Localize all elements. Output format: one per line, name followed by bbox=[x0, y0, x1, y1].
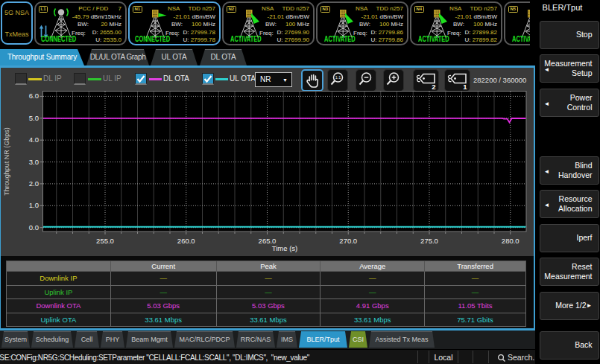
svg-text:280.0: 280.0 bbox=[502, 237, 520, 245]
svg-text:255.0: 255.0 bbox=[96, 237, 114, 245]
svg-text:Time (s): Time (s) bbox=[272, 244, 297, 252]
svg-text:0.0: 0.0 bbox=[29, 223, 39, 232]
svg-text:Throughput NR (Gbps): Throughput NR (Gbps) bbox=[3, 127, 10, 196]
svg-text:1: 1 bbox=[463, 83, 467, 91]
svg-text:260.0: 260.0 bbox=[177, 237, 195, 245]
svg-text:1.0: 1.0 bbox=[29, 201, 39, 209]
svg-text:2.0: 2.0 bbox=[29, 179, 39, 188]
svg-text:1:1: 1:1 bbox=[335, 75, 341, 80]
svg-text:5.0: 5.0 bbox=[29, 114, 39, 122]
svg-text:6.0: 6.0 bbox=[29, 92, 39, 100]
svg-text:275.0: 275.0 bbox=[420, 237, 438, 245]
svg-text:4.0: 4.0 bbox=[29, 135, 39, 144]
svg-text:270.0: 270.0 bbox=[339, 237, 357, 245]
svg-text:2: 2 bbox=[432, 83, 435, 91]
svg-text:3.0: 3.0 bbox=[29, 158, 39, 166]
